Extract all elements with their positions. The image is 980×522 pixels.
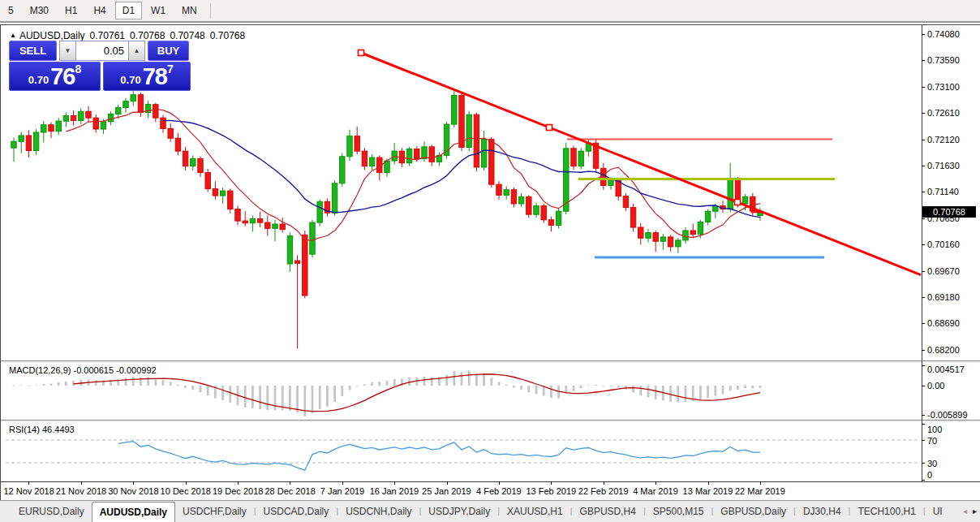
sell-price-pips: 76 — [50, 65, 75, 88]
chart-tab-tech100-h1[interactable]: TECH100,H1 — [850, 501, 922, 522]
volume-decrease-button[interactable]: ▼ — [59, 41, 76, 61]
price-axis-label: 0.74080 — [927, 29, 960, 39]
date-tick-mark — [604, 481, 604, 485]
date-axis-border — [1, 481, 980, 482]
axis-tick-mark — [922, 60, 925, 61]
axis-tick-mark — [922, 271, 925, 272]
sell-price-point: 8 — [75, 57, 81, 81]
rsi-label: RSI(14) 46.4493 — [9, 425, 75, 434]
date-axis-label: 7 Jan 2019 — [320, 486, 364, 496]
date-axis-label: 22 Mar 2019 — [735, 486, 785, 496]
buy-price-prefix: 0.70 — [120, 72, 140, 88]
chart-tab-eurusd-daily[interactable]: EURUSD,Daily — [11, 501, 92, 522]
ohlc-low: 0.70748 — [170, 30, 204, 41]
pane-splitter-macd[interactable] — [1, 360, 980, 364]
date-tick-mark — [394, 481, 395, 485]
tab-scroll-right-icon[interactable]: ▸ — [973, 507, 977, 516]
axis-tick-mark — [922, 87, 925, 88]
axis-tick-mark — [922, 297, 925, 298]
chart-tab-usdchf-daily[interactable]: USDCHF,Daily — [175, 501, 254, 522]
date-tick-mark — [708, 481, 709, 485]
volume-increase-button[interactable]: ▲ — [128, 41, 145, 61]
chart-tab-xauusd-h1[interactable]: XAUUSD,H1 — [500, 501, 570, 522]
ohlc-open: 0.70761 — [90, 30, 125, 41]
price-axis-label: 0.70650 — [927, 214, 960, 223]
timeframe-button-h1[interactable]: H1 — [58, 2, 84, 19]
chart-tab-sp500-m15[interactable]: SP500,M15 — [646, 501, 711, 522]
chart-tab-usdjpy-daily[interactable]: USDJPY,Daily — [421, 501, 497, 522]
date-axis-label: 13 Mar 2019 — [683, 486, 733, 496]
rsi-value: 46.4493 — [42, 425, 75, 434]
chart-tab-gbpusd-daily[interactable]: GBPUSD,Daily — [713, 501, 793, 522]
rsi-axis-label: 70 — [927, 436, 937, 446]
price-axis-label: 0.72610 — [927, 108, 960, 118]
price-axis-border — [922, 25, 922, 481]
axis-tick-mark — [922, 218, 925, 219]
buy-price-display[interactable]: 0.70787 — [103, 62, 191, 91]
date-axis-label: 12 Nov 2018 — [3, 486, 54, 496]
axis-tick-mark — [922, 415, 925, 416]
price-axis-label: 0.71140 — [927, 187, 959, 196]
date-tick-mark — [655, 481, 656, 485]
timeframe-button-w1[interactable]: W1 — [144, 2, 173, 19]
collapse-arrow-icon[interactable]: ▲ — [10, 32, 16, 39]
chart-tab-usdcnh-daily[interactable]: USDCNH,Daily — [338, 501, 419, 522]
sell-button[interactable]: SELL — [9, 41, 57, 61]
date-axis-label: 19 Dec 2018 — [213, 486, 263, 496]
date-axis-label: 10 Dec 2018 — [161, 486, 211, 496]
sell-price-display[interactable]: 0.70768 — [9, 62, 101, 91]
timeframe-button-5[interactable]: 5 — [1, 2, 21, 19]
rsi-axis-label: 0 — [927, 470, 932, 480]
axis-tick-mark — [922, 463, 925, 464]
date-tick-mark — [186, 481, 187, 485]
date-axis-label: 4 Feb 2019 — [476, 486, 522, 496]
macd-values: -0.000615 -0.000992 — [73, 365, 156, 375]
axis-tick-mark — [922, 192, 925, 192]
date-tick-mark — [499, 481, 500, 485]
chart-symbol-label: AUDUSD,Daily — [19, 30, 85, 41]
macd-axis-label: 0.004517 — [927, 365, 965, 374]
axis-tick-mark — [922, 350, 925, 351]
timeframe-toolbar: 5M30H1H4D1W1MN — [0, 0, 980, 23]
macd-label: MACD(12,26,9) -0.000615 -0.000992 — [9, 365, 157, 375]
timeframe-button-d1[interactable]: D1 — [115, 2, 142, 19]
date-tick-mark — [290, 481, 290, 485]
price-axis-label: 0.69670 — [927, 266, 960, 276]
price-axis-label: 0.68200 — [927, 345, 960, 355]
date-axis-label: 28 Dec 2018 — [264, 486, 315, 496]
chart-tab-ui[interactable]: UI — [926, 501, 950, 522]
chart-window: ▲AUDUSD,Daily0.707610.707680.707480.7076… — [0, 24, 980, 500]
chart-tab-gbpusd-h4[interactable]: GBPUSD,H4 — [573, 501, 643, 522]
timeframe-button-mn[interactable]: MN — [174, 2, 204, 19]
chart-tab-audusd-daily[interactable]: AUDUSD,Daily — [92, 502, 175, 522]
chart-tab-dj30-h4[interactable]: DJ30,H4 — [796, 501, 849, 522]
date-tick-mark — [28, 481, 29, 485]
price-axis-label: 0.69180 — [927, 292, 960, 302]
rsi-axis-label: 100 — [927, 425, 942, 434]
axis-tick-mark — [922, 140, 925, 140]
sell-price-prefix: 0.70 — [28, 72, 49, 88]
price-axis-label: 0.68690 — [927, 318, 960, 328]
date-axis-label: 30 Nov 2018 — [108, 486, 158, 496]
price-axis-label: 0.73590 — [927, 55, 960, 65]
price-axis-label: 0.73100 — [927, 82, 960, 92]
volume-input[interactable]: 0.05 — [76, 41, 128, 61]
timeframe-button-h4[interactable]: H4 — [86, 2, 113, 19]
date-tick-mark — [342, 481, 343, 485]
rsi-indicator-canvas[interactable] — [1, 423, 922, 481]
timeframe-button-m30[interactable]: M30 — [23, 2, 56, 19]
date-axis-label: 22 Feb 2019 — [578, 486, 629, 496]
axis-tick-mark — [922, 424, 925, 425]
axis-tick-mark — [922, 166, 925, 166]
price-axis-label: 0.72120 — [927, 135, 960, 145]
pane-splitter-rsi[interactable] — [1, 420, 980, 423]
macd-axis-label: -0.005899 — [927, 410, 968, 420]
axis-tick-mark — [922, 365, 925, 366]
buy-price-pips: 78 — [143, 65, 167, 88]
buy-price-point: 7 — [167, 57, 174, 81]
one-click-trade-panel: SELL ▼ 0.05 ▲ BUY 0.70768 0.70787 — [9, 41, 192, 91]
chart-tab-usdcad-daily[interactable]: USDCAD,Daily — [256, 501, 337, 522]
axis-tick-mark — [922, 34, 925, 35]
tab-scroll-left-icon[interactable]: ◂ — [963, 507, 967, 516]
ohlc-close: 0.70768 — [210, 30, 245, 41]
